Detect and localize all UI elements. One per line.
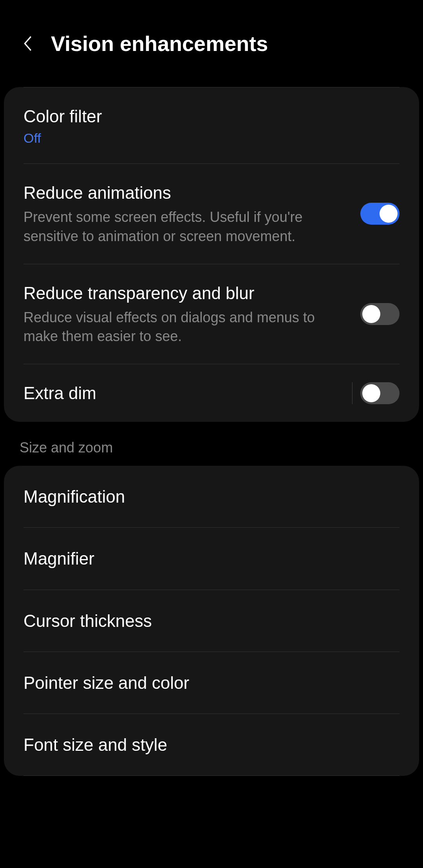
cursor-thickness-item[interactable]: Cursor thickness <box>4 590 419 652</box>
settings-card-1: Color filter Off Reduce animations Preve… <box>4 87 419 422</box>
back-button[interactable] <box>20 36 35 51</box>
setting-title: Pointer size and color <box>24 672 400 694</box>
setting-title: Magnification <box>24 485 400 508</box>
setting-content: Reduce animations Prevent some screen ef… <box>24 182 349 246</box>
pointer-size-item[interactable]: Pointer size and color <box>4 652 419 714</box>
page-title: Vision enhancements <box>51 31 268 56</box>
setting-content: Color filter Off <box>24 105 400 146</box>
setting-title: Reduce transparency and blur <box>24 282 349 304</box>
setting-content: Extra dim <box>24 382 333 404</box>
setting-title: Extra dim <box>24 382 333 404</box>
setting-status: Off <box>24 131 400 146</box>
extra-dim-toggle-group <box>344 382 400 404</box>
font-size-item[interactable]: Font size and style <box>4 714 419 775</box>
header: Vision enhancements <box>0 0 423 75</box>
setting-description: Prevent some screen effects. Useful if y… <box>24 208 349 246</box>
toggle-knob <box>380 205 398 223</box>
extra-dim-toggle[interactable] <box>360 382 400 404</box>
setting-title: Color filter <box>24 105 400 127</box>
setting-description: Reduce visual effects on dialogs and men… <box>24 308 349 346</box>
settings-card-2: Magnification Magnifier Cursor thickness… <box>4 466 419 776</box>
setting-title: Cursor thickness <box>24 610 400 632</box>
setting-content: Reduce transparency and blur Reduce visu… <box>24 282 349 346</box>
section-label: Size and zoom <box>0 422 423 466</box>
toggle-knob <box>362 384 380 402</box>
chevron-left-icon <box>22 35 33 52</box>
color-filter-item[interactable]: Color filter Off <box>4 87 419 163</box>
magnifier-item[interactable]: Magnifier <box>4 528 419 589</box>
divider <box>24 775 400 776</box>
reduce-transparency-toggle[interactable] <box>360 303 400 325</box>
toggle-divider <box>352 382 352 404</box>
magnification-item[interactable]: Magnification <box>4 466 419 527</box>
setting-title: Magnifier <box>24 547 400 570</box>
setting-title: Font size and style <box>24 734 400 756</box>
reduce-animations-item[interactable]: Reduce animations Prevent some screen ef… <box>4 164 419 263</box>
toggle-knob <box>362 305 380 323</box>
reduce-animations-toggle[interactable] <box>360 203 400 225</box>
reduce-transparency-item[interactable]: Reduce transparency and blur Reduce visu… <box>4 264 419 364</box>
extra-dim-item[interactable]: Extra dim <box>4 364 419 422</box>
setting-title: Reduce animations <box>24 182 349 204</box>
